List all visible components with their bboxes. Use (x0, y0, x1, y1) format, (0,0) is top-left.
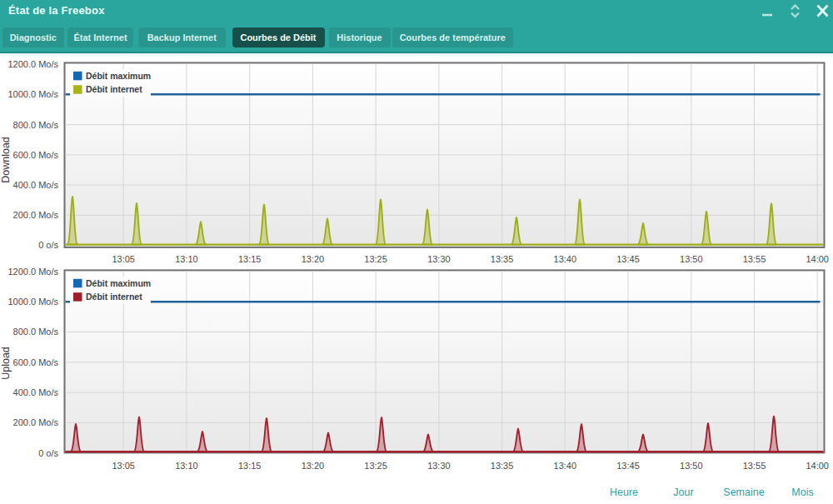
svg-text:13:50: 13:50 (680, 461, 703, 471)
svg-text:400.0 Mo/s: 400.0 Mo/s (13, 387, 59, 397)
svg-text:Semaine: Semaine (723, 487, 764, 498)
svg-text:13:55: 13:55 (743, 461, 766, 471)
svg-text:0 o/s: 0 o/s (38, 448, 58, 458)
svg-text:0 o/s: 0 o/s (38, 240, 58, 250)
svg-text:Upload: Upload (0, 347, 12, 380)
svg-text:600.0 Mo/s: 600.0 Mo/s (13, 150, 59, 160)
svg-text:1200.0 Mo/s: 1200.0 Mo/s (7, 59, 58, 69)
svg-text:13:40: 13:40 (554, 254, 577, 264)
svg-text:200.0 Mo/s: 200.0 Mo/s (13, 417, 59, 427)
svg-text:Mois: Mois (791, 487, 813, 498)
svg-text:13:30: 13:30 (427, 254, 451, 264)
svg-text:13:20: 13:20 (302, 254, 325, 264)
svg-text:13:15: 13:15 (238, 461, 262, 471)
svg-text:Débit maximum: Débit maximum (86, 278, 151, 288)
svg-text:13:25: 13:25 (364, 254, 387, 264)
svg-text:1200.0 Mo/s: 1200.0 Mo/s (7, 267, 58, 277)
svg-text:1000.0 Mo/s: 1000.0 Mo/s (7, 89, 58, 99)
svg-text:13:35: 13:35 (491, 254, 514, 264)
svg-text:13:45: 13:45 (616, 254, 640, 264)
svg-text:800.0 Mo/s: 800.0 Mo/s (13, 120, 59, 130)
svg-text:14:00: 14:00 (806, 254, 829, 264)
svg-text:Débit internet: Débit internet (86, 292, 142, 302)
svg-text:200.0 Mo/s: 200.0 Mo/s (13, 210, 59, 220)
svg-text:13:55: 13:55 (743, 254, 766, 264)
svg-text:600.0 Mo/s: 600.0 Mo/s (13, 357, 59, 367)
svg-text:1000.0 Mo/s: 1000.0 Mo/s (7, 297, 58, 307)
svg-text:14:00: 14:00 (806, 461, 829, 471)
svg-text:Heure: Heure (610, 487, 638, 498)
svg-text:Download: Download (0, 137, 12, 183)
svg-text:Débit internet: Débit internet (86, 84, 142, 94)
svg-text:13:30: 13:30 (427, 461, 451, 471)
svg-text:800.0 Mo/s: 800.0 Mo/s (13, 327, 59, 337)
svg-text:Débit maximum: Débit maximum (86, 71, 151, 81)
svg-text:13:05: 13:05 (112, 254, 135, 264)
svg-text:13:15: 13:15 (238, 254, 262, 264)
svg-text:13:10: 13:10 (175, 254, 198, 264)
svg-text:13:10: 13:10 (175, 461, 198, 471)
svg-text:13:40: 13:40 (554, 461, 577, 471)
svg-text:13:50: 13:50 (680, 254, 703, 264)
svg-text:13:45: 13:45 (616, 461, 640, 471)
svg-text:13:25: 13:25 (364, 461, 387, 471)
svg-text:Jour: Jour (673, 487, 693, 498)
svg-text:13:20: 13:20 (302, 461, 325, 471)
svg-text:400.0 Mo/s: 400.0 Mo/s (13, 180, 59, 190)
svg-text:13:05: 13:05 (112, 461, 135, 471)
svg-text:13:35: 13:35 (491, 461, 514, 471)
